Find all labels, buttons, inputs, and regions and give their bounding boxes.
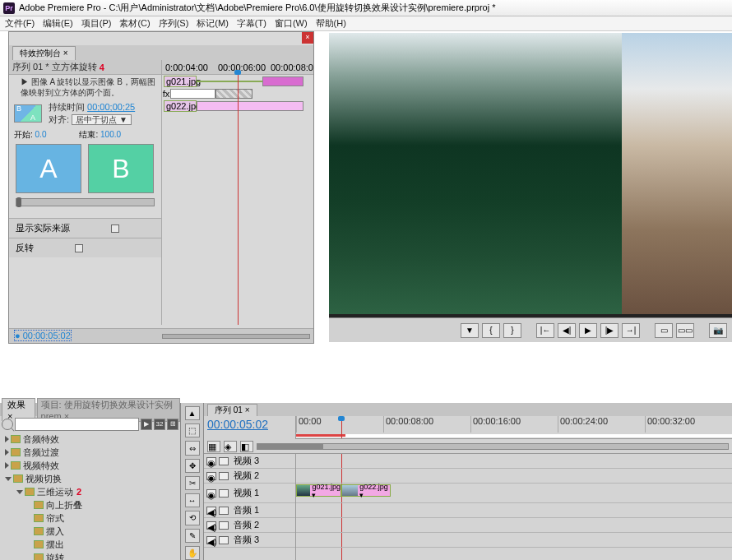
timeline-playhead[interactable] xyxy=(341,416,342,438)
effects-search-input[interactable] xyxy=(15,418,139,431)
preset-button-grid[interactable]: ⊞ xyxy=(167,419,178,430)
duration-field[interactable]: 00;00;00;25 xyxy=(87,102,135,112)
menu-help[interactable]: 帮助(H) xyxy=(316,17,346,30)
close-icon[interactable]: × xyxy=(302,32,313,44)
tree-item-音频过渡[interactable]: 音频过渡 xyxy=(0,446,180,459)
extract-button[interactable]: ▭▭ xyxy=(676,323,694,338)
play-button[interactable]: ▶ xyxy=(579,323,597,338)
tool-1[interactable]: ⬚ xyxy=(185,423,200,437)
preset-button-1[interactable]: ▶ xyxy=(141,419,152,430)
menu-clip[interactable]: 素材(C) xyxy=(119,17,150,30)
tree-item-视频切换[interactable]: 视频切换 xyxy=(0,472,180,485)
menu-edit[interactable]: 编辑(E) xyxy=(43,17,73,30)
timeline-current-time[interactable]: 00:00:05:02 xyxy=(207,418,268,431)
effects-tree[interactable]: 音频特效音频过渡视频特效视频切换三维运动2向上折叠帘式摆入摆出旋转旋转离开立方体… xyxy=(0,433,180,560)
marker-toggle[interactable]: ◈ xyxy=(224,441,237,452)
tree-item-三维运动[interactable]: 三维运动2 xyxy=(0,485,180,498)
menu-bar[interactable]: 文件(F) 编辑(E) 项目(P) 素材(C) 序列(S) 标记(M) 字幕(T… xyxy=(0,16,732,31)
tool-0[interactable]: ▲ xyxy=(185,406,200,420)
window-title: Adobe Premiere Pro - C:\用户\Administrator… xyxy=(19,2,496,14)
transition-direction-icon[interactable]: B A xyxy=(14,104,42,123)
track-lane-视频 2[interactable] xyxy=(296,469,732,484)
fx-zoom-scrollbar[interactable] xyxy=(162,334,310,339)
tool-3[interactable]: ✥ xyxy=(185,459,200,473)
show-source-label: 显示实际来源 xyxy=(16,222,70,234)
end-value[interactable]: 100.0 xyxy=(100,130,121,139)
fx-lane-clip1[interactable]: g021.jpg xyxy=(164,76,197,87)
export-frame-button[interactable]: 📷 xyxy=(709,323,727,338)
sync-toggle[interactable]: ◧ xyxy=(240,441,253,452)
snap-toggle[interactable]: ▦ xyxy=(207,441,220,452)
end-label: 结束: xyxy=(79,130,98,139)
track-header-音频 2[interactable]: ◀)音频 2 xyxy=(204,518,295,533)
mark-in-button[interactable]: ▼ xyxy=(461,323,479,338)
reverse-checkbox[interactable] xyxy=(75,244,83,252)
track-header-音频 3[interactable]: ◀)音频 3 xyxy=(204,533,295,548)
effect-mini-timeline[interactable]: 0:00:04:00 00:00:06:00 00:00:08:0 g021.j… xyxy=(162,60,313,325)
tool-8[interactable]: ✋ xyxy=(185,546,200,560)
tree-item-旋转[interactable]: 旋转 xyxy=(0,551,180,560)
track-header-视频 2[interactable]: ◉视频 2 xyxy=(204,469,295,484)
tool-4[interactable]: ✂ xyxy=(185,476,200,490)
set-out-button[interactable]: } xyxy=(503,323,521,338)
tool-5[interactable]: ↔ xyxy=(185,493,200,507)
tool-2[interactable]: ⇔ xyxy=(185,441,200,455)
track-header-视频 3[interactable]: ◉视频 3 xyxy=(204,454,295,469)
reverse-label: 反转 xyxy=(16,242,34,254)
tree-item-摆出[interactable]: 摆出 xyxy=(0,538,180,551)
tab-sequence-01[interactable]: 序列 01 × xyxy=(207,404,257,416)
lift-button[interactable]: ▭ xyxy=(655,323,673,338)
mini-playhead[interactable] xyxy=(238,75,239,325)
tree-item-摆入[interactable]: 摆入 xyxy=(0,525,180,538)
track-lane-音频 1[interactable] xyxy=(296,503,732,518)
menu-project[interactable]: 项目(P) xyxy=(81,17,112,30)
start-value[interactable]: 0.0 xyxy=(35,130,47,139)
clip-g022[interactable]: g022.jpg ▾ xyxy=(341,484,391,497)
timeline-panel: 序列 01 × 00:00:05:02 00:00 00:00:08:00 00… xyxy=(204,403,732,560)
program-preview-image xyxy=(329,33,732,314)
goto-in-button[interactable]: |← xyxy=(536,323,554,338)
menu-file[interactable]: 文件(F) xyxy=(5,17,35,30)
clip-g021[interactable]: g021.jpg ▾ xyxy=(296,484,341,497)
tree-item-视频特效[interactable]: 视频特效 xyxy=(0,459,180,472)
menu-marker[interactable]: 标记(M) xyxy=(197,17,229,30)
sequence-clip-title: 序列 01 * 立方体旋转 xyxy=(12,61,97,73)
track-lane-音频 3[interactable] xyxy=(296,533,732,548)
goto-out-button[interactable]: →| xyxy=(622,323,640,338)
track-lane-视频 1[interactable]: g021.jpg ▾g022.jpg ▾ xyxy=(296,484,732,503)
tree-item-帘式[interactable]: 帘式 xyxy=(0,511,180,525)
preset-button-32[interactable]: 32 xyxy=(154,419,165,430)
title-bar: Pr Adobe Premiere Pro - C:\用户\Administra… xyxy=(0,0,732,16)
menu-title[interactable]: 字幕(T) xyxy=(237,17,266,30)
menu-window[interactable]: 窗口(W) xyxy=(275,17,308,30)
menu-sequence[interactable]: 序列(S) xyxy=(159,17,189,30)
search-icon xyxy=(2,419,13,430)
fx-status-timecode[interactable]: ● 00:00:05:02 xyxy=(14,330,72,341)
annotation-4: 4 xyxy=(100,62,104,72)
step-fwd-button[interactable]: |▶ xyxy=(600,323,618,338)
duration-label: 持续时间 xyxy=(49,102,85,112)
track-header-音频 1[interactable]: ◀)音频 1 xyxy=(204,503,295,518)
transition-bar[interactable] xyxy=(215,89,252,99)
tree-item-音频特效[interactable]: 音频特效 xyxy=(0,433,180,446)
show-source-checkbox[interactable] xyxy=(111,224,119,233)
fx-lane-clip2[interactable]: g022.jpg xyxy=(164,100,197,112)
alignment-label: 对齐: xyxy=(49,114,69,124)
track-lane-音频 2[interactable] xyxy=(296,518,732,533)
track-lane-视频 3[interactable] xyxy=(296,454,732,469)
tree-item-向上折叠[interactable]: 向上折叠 xyxy=(0,498,180,511)
transport-controls: ▼ { } |← ◀| ▶ |▶ →| ▭ ▭▭ 📷 xyxy=(329,317,732,342)
step-back-button[interactable]: ◀| xyxy=(558,323,576,338)
tool-6[interactable]: ⟲ xyxy=(185,511,200,525)
track-header-视频 1[interactable]: ◉视频 1 xyxy=(204,484,295,503)
tab-effect-controls[interactable]: 特效控制台 × xyxy=(12,46,76,60)
start-slider[interactable] xyxy=(16,198,155,206)
set-in-button[interactable]: { xyxy=(482,323,500,338)
tool-7[interactable]: ✎ xyxy=(185,529,200,543)
effects-panel: 效果 × 项目: 使用旋转切换效果设计实例prem × ▶ 32 ⊞ 音频特效音… xyxy=(0,403,181,560)
preview-b: B xyxy=(88,144,154,193)
timeline-zoom-slider[interactable] xyxy=(257,443,729,450)
timeline-ruler[interactable]: 00:00 00:00:08:00 00:00:16:00 00:00:24:0… xyxy=(296,416,732,439)
transition-description: ▶ 图像 A 旋转以显示图像 B，两幅图像映射到立方体的两个面。 xyxy=(12,76,158,98)
alignment-dropdown[interactable]: 居中于切点 ▼ xyxy=(72,114,132,125)
